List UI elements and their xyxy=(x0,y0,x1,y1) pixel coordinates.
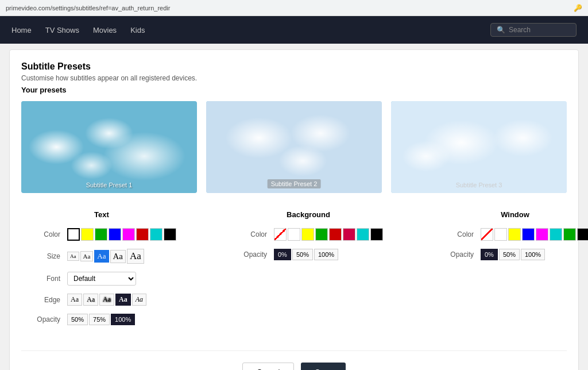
nav-bar: Home TV Shows Movies Kids 🔍 xyxy=(0,16,588,44)
text-swatch-blue[interactable] xyxy=(109,228,121,241)
text-size-row: Size Aa Aa Aa Aa Aa xyxy=(27,249,176,264)
text-swatch-yellow[interactable] xyxy=(81,228,94,241)
cloud-bg-3 xyxy=(391,101,567,193)
bg-swatch-darkred[interactable] xyxy=(343,228,355,241)
page-title: Subtitle Presets xyxy=(21,61,567,72)
edge-btn-5[interactable]: Aa xyxy=(132,294,146,306)
bg-opacity-0[interactable]: 0% xyxy=(274,249,291,260)
text-color-swatches xyxy=(67,228,176,241)
text-size-label: Size xyxy=(27,252,67,260)
text-edge-label: Edge xyxy=(27,296,67,304)
font-select[interactable]: Default Arial Helvetica Times New Roman xyxy=(67,272,136,286)
win-opacity-50[interactable]: 50% xyxy=(499,249,520,260)
bg-swatch-red[interactable] xyxy=(329,228,342,241)
bg-swatch-black[interactable] xyxy=(370,228,383,241)
preset-label-3: Subtitle Preset 3 xyxy=(456,182,502,188)
text-swatch-black[interactable] xyxy=(164,228,176,241)
text-color-row: Color xyxy=(27,228,176,241)
text-font-row: Font Default Arial Helvetica Times New R… xyxy=(27,272,176,286)
text-swatch-cyan[interactable] xyxy=(150,228,163,241)
browser-bar: primevideo.com/settings/subtitles/ref=av… xyxy=(0,0,588,16)
text-opacity-row: Opacity 50% 75% 100% xyxy=(27,314,176,325)
text-opacity-75[interactable]: 75% xyxy=(89,314,110,325)
preset-label-2: Subtitle Preset 2 xyxy=(268,179,321,188)
edge-btn-4[interactable]: Aa xyxy=(115,294,131,306)
preset-card-3[interactable]: Subtitle Preset 3 xyxy=(391,101,567,193)
text-color-label: Color xyxy=(27,230,67,238)
edge-btn-1[interactable]: Aa xyxy=(67,294,82,306)
background-column: Background Color Opacity xyxy=(234,210,383,333)
preset-label-1: Subtitle Preset 1 xyxy=(86,182,133,188)
win-opacity-label: Opacity xyxy=(440,250,481,259)
settings-section: Text Color Size Aa xyxy=(21,210,567,333)
size-btn-xs[interactable]: Aa xyxy=(67,252,79,261)
win-swatch-transparent[interactable] xyxy=(481,228,493,241)
bg-color-label: Color xyxy=(234,230,274,238)
bg-opacity-100[interactable]: 100% xyxy=(314,249,338,260)
size-btn-lg[interactable]: Aa xyxy=(110,250,126,263)
win-opacity-buttons: 0% 50% 100% xyxy=(481,249,545,260)
win-swatch-magenta[interactable] xyxy=(536,228,548,241)
win-opacity-100[interactable]: 100% xyxy=(521,249,545,260)
size-btn-xl[interactable]: Aa xyxy=(127,249,144,264)
nav-movies[interactable]: Movies xyxy=(93,26,117,34)
nav-tvshows[interactable]: TV Shows xyxy=(45,26,79,34)
bg-swatch-green[interactable] xyxy=(315,228,328,241)
win-swatch-white[interactable] xyxy=(494,228,507,241)
bottom-actions: Cancel Save xyxy=(21,350,567,370)
search-icon: 🔍 xyxy=(497,26,505,34)
page-subtitle: Customise how subtitles appear on all re… xyxy=(21,74,567,82)
bg-opacity-50[interactable]: 50% xyxy=(292,249,313,260)
bg-opacity-buttons: 0% 50% 100% xyxy=(274,249,338,260)
win-swatch-blue[interactable] xyxy=(522,228,535,241)
bg-swatch-transparent[interactable] xyxy=(274,228,287,241)
search-input[interactable] xyxy=(509,26,566,34)
text-edge-buttons: Aa Aa Aa Aa Aa xyxy=(67,294,146,306)
preset-card-2[interactable]: Subtitle Preset 2 xyxy=(206,101,382,193)
edge-btn-2[interactable]: Aa xyxy=(83,294,98,306)
win-color-swatches xyxy=(481,228,588,241)
save-button[interactable]: Save xyxy=(301,363,346,370)
edge-btn-3[interactable]: Aa xyxy=(99,294,114,306)
text-column: Text Color Size Aa xyxy=(27,210,176,333)
bg-swatch-cyan[interactable] xyxy=(357,228,369,241)
bg-swatch-white[interactable] xyxy=(288,228,300,241)
win-swatch-cyan[interactable] xyxy=(550,228,562,241)
win-opacity-row: Opacity 0% 50% 100% xyxy=(440,249,588,260)
text-swatch-green[interactable] xyxy=(95,228,107,241)
text-opacity-100[interactable]: 100% xyxy=(111,314,135,325)
nav-home[interactable]: Home xyxy=(11,26,32,34)
nav-kids[interactable]: Kids xyxy=(130,26,145,34)
preset-card-1[interactable]: Subtitle Preset 1 xyxy=(21,101,197,193)
search-box: 🔍 xyxy=(490,23,577,37)
text-size-buttons: Aa Aa Aa Aa Aa xyxy=(67,249,144,264)
text-edge-row: Edge Aa Aa Aa Aa Aa xyxy=(27,294,176,306)
preview-cards: Subtitle Preset 1 Subtitle Preset 2 Subt… xyxy=(21,101,567,193)
window-header: Window xyxy=(440,210,588,219)
text-opacity-buttons: 50% 75% 100% xyxy=(67,314,135,325)
win-color-row: Color xyxy=(440,228,588,241)
url-bar: primevideo.com/settings/subtitles/ref=av… xyxy=(6,5,574,11)
win-color-label: Color xyxy=(440,230,481,238)
win-opacity-0[interactable]: 0% xyxy=(481,249,498,260)
text-swatch-red[interactable] xyxy=(136,228,149,241)
bg-color-swatches xyxy=(274,228,383,241)
win-swatch-black[interactable] xyxy=(577,228,588,241)
text-font-label: Font xyxy=(27,275,67,283)
text-swatch-white[interactable] xyxy=(67,228,80,241)
text-swatch-magenta[interactable] xyxy=(122,228,135,241)
lock-icon: 🔑 xyxy=(574,4,582,12)
bg-swatch-yellow[interactable] xyxy=(301,228,314,241)
size-btn-sm[interactable]: Aa xyxy=(80,251,94,261)
window-column: Window Color Opacity 0 xyxy=(440,210,588,333)
main-content: Subtitle Presets Customise how subtitles… xyxy=(9,49,579,370)
win-swatch-yellow[interactable] xyxy=(508,228,521,241)
win-swatch-green[interactable] xyxy=(563,228,576,241)
text-opacity-50[interactable]: 50% xyxy=(67,314,88,325)
bg-opacity-label: Opacity xyxy=(234,250,274,259)
text-header: Text xyxy=(27,210,176,219)
cancel-button[interactable]: Cancel xyxy=(242,363,294,370)
size-btn-md[interactable]: Aa xyxy=(94,250,109,263)
text-opacity-label: Opacity xyxy=(27,315,67,323)
background-header: Background xyxy=(234,210,383,219)
